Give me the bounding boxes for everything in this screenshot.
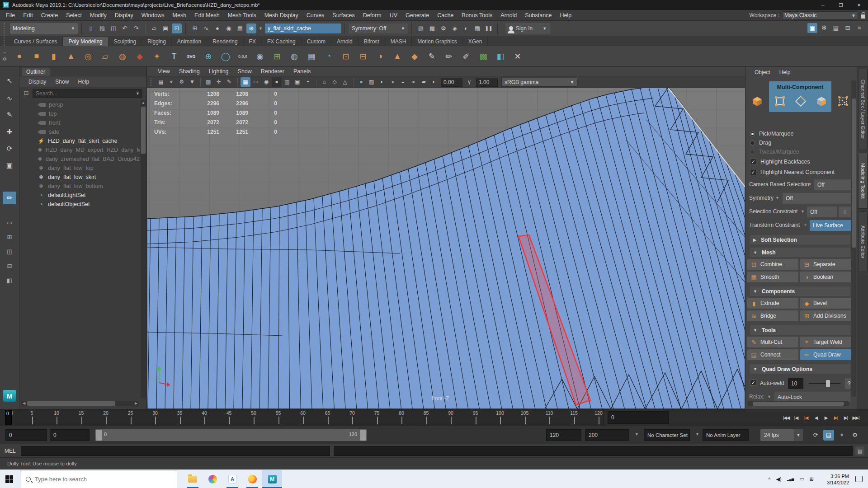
camera-attributes-icon[interactable]: ⚙ [177, 77, 187, 87]
shelf-tab-rendering[interactable]: Rendering [207, 37, 243, 46]
open-scene-icon[interactable]: ▨ [97, 23, 107, 33]
bridge-button[interactable]: ≋Bridge [747, 310, 798, 321]
layout-four-pane-icon[interactable]: ⊞ [3, 230, 16, 243]
redo-icon[interactable]: ↷ [131, 23, 141, 33]
list-item[interactable]: ❖dany_zremeshed_flat_BAD_Group42950 [19, 155, 140, 164]
humanik-toggle-icon[interactable]: ✻ [819, 23, 829, 33]
close-button[interactable]: ✕ [850, 0, 868, 10]
range-slider[interactable]: 0 120 [95, 429, 367, 441]
play-backwards-button[interactable]: ◀ [811, 411, 821, 424]
toolkit-horizontal-scrollbar[interactable] [747, 401, 849, 406]
radio-drag[interactable]: Drag [750, 138, 771, 147]
component-mode-icon[interactable]: ⊡ [172, 23, 182, 33]
shelf-tab-animation[interactable]: Animation [172, 37, 207, 46]
auto-key-icon[interactable]: ⌖ [836, 430, 847, 441]
quad-draw-icon[interactable]: ✏ [441, 48, 457, 65]
super-shape-icon[interactable]: ✦ [149, 48, 165, 65]
combine-button[interactable]: ⊡Combine [747, 259, 798, 270]
move-tool-icon[interactable]: ✚ [3, 126, 16, 138]
boolean-icon[interactable]: ◑ [372, 48, 388, 65]
boolean-button[interactable]: ◑Boolean [800, 272, 851, 282]
list-item[interactable]: top [19, 109, 140, 118]
maximize-button[interactable]: ❒ [832, 0, 850, 10]
exposure-field[interactable]: 0.00 [441, 78, 462, 87]
wireframe-icon[interactable]: △ [340, 77, 350, 87]
bookmark-icon[interactable]: ▼ [187, 77, 197, 87]
list-item[interactable]: ◔defaultLightSet [19, 191, 140, 200]
ipr-render-icon[interactable]: ▩ [427, 23, 437, 33]
chevron-down-icon[interactable]: ▼ [136, 91, 140, 96]
toolkit-menu-help[interactable]: Help [775, 69, 795, 75]
motion-blur-icon[interactable]: ≈ [408, 77, 418, 87]
scroll-right-icon[interactable]: ▶ [133, 401, 139, 406]
use-all-lights-icon[interactable]: ◐ [377, 77, 387, 87]
file-explorer-taskbar-button[interactable] [183, 470, 203, 488]
menu-curves[interactable]: Curves [302, 10, 329, 21]
go-to-end-button[interactable]: ▶▶| [851, 411, 861, 424]
menu-file[interactable]: File [2, 10, 19, 21]
menu-modify[interactable]: Modify [86, 10, 111, 21]
edge-mode-icon[interactable] [793, 93, 809, 109]
checkbox-highlight-nearest-component[interactable]: ✓Highlight Nearest Component [750, 168, 835, 177]
grip-handle[interactable] [4, 35, 7, 46]
menu-display[interactable]: Display [111, 10, 137, 21]
menu-bonus-tools[interactable]: Bonus Tools [458, 10, 496, 21]
current-time-field[interactable]: 0 [608, 411, 669, 424]
live-object-field[interactable]: y_flat_skirt_cache [265, 23, 341, 33]
step-back-frame-button[interactable]: |◀ [791, 411, 801, 424]
symmetry-value[interactable]: Off [783, 193, 851, 204]
camera-based-selection-value[interactable]: Off [814, 179, 851, 190]
minimize-button[interactable]: ─ [814, 0, 832, 10]
image-plane-icon[interactable]: ▨ [203, 77, 213, 87]
add-divisions-button[interactable]: ⊞Add Divisions [800, 310, 851, 321]
menu-help[interactable]: Help [556, 10, 576, 21]
apps-tray-icon[interactable]: ⊞ [810, 476, 814, 482]
volume-icon[interactable]: ◀) [776, 476, 782, 482]
gate-mask-icon[interactable]: ● [272, 77, 282, 87]
hypershade-icon[interactable]: ◈ [450, 23, 460, 33]
taskbar-search[interactable] [20, 470, 177, 488]
shadows-icon[interactable]: ◑ [387, 77, 397, 87]
workspace-select[interactable]: Maya Classic ▼ [782, 11, 858, 19]
menu-cache[interactable]: Cache [433, 10, 458, 21]
lock-camera-icon[interactable]: ⌖ [166, 77, 176, 87]
channel-box-toggle-icon[interactable]: ▤ [831, 23, 841, 33]
menu-deform[interactable]: Deform [359, 10, 386, 21]
transform-constraint-value[interactable]: Live Surface [810, 220, 851, 231]
quad-draw-button[interactable]: ✏Quad Draw [800, 349, 851, 360]
shelf-tab-poly-modeling[interactable]: Poly Modeling [63, 37, 108, 46]
outliner-horizontal-scrollbar[interactable]: ◀ ▶ [21, 401, 139, 406]
menu-uv[interactable]: UV [386, 10, 401, 21]
auto-weld-checkbox[interactable]: ✓ [750, 380, 756, 386]
scrollbar-thumb[interactable] [753, 402, 844, 406]
grid-icon[interactable]: ▦ [241, 77, 250, 87]
step-forward-key-button[interactable]: ▶| [831, 411, 841, 424]
symmetry-select[interactable]: Symmetry: Off▼ [349, 23, 408, 33]
chevron-down-icon[interactable]: ▼ [259, 26, 263, 31]
save-scene-icon[interactable]: ◫ [108, 23, 118, 33]
checkbox-highlight-backfaces[interactable]: ✓Highlight Backfaces [750, 157, 810, 166]
list-item[interactable]: ❖HZD_dany_MD_export_HZD_dany_MD_e [19, 145, 140, 155]
menu-mesh[interactable]: Mesh [169, 10, 191, 21]
panel-menu-shading[interactable]: Shading [175, 68, 204, 75]
playback-start-field[interactable]: 0 [50, 429, 90, 441]
selection-constraint-value[interactable]: Off [807, 206, 837, 217]
cached-playback-icon[interactable]: ▤ [823, 430, 834, 441]
shelf-menu-icon[interactable]: ≡ [3, 51, 7, 56]
modeling-toolkit-toggle-icon[interactable]: ▣ [807, 23, 817, 33]
scroll-left-icon[interactable]: ◀ [21, 401, 27, 406]
smooth-button[interactable]: ▦Smooth [747, 272, 798, 282]
shelf-tab-rigging[interactable]: Rigging [142, 37, 172, 46]
combine-icon[interactable]: ⊡ [338, 48, 354, 65]
object-mode-icon[interactable] [749, 93, 765, 109]
shelf-tab-sculpting[interactable]: Sculpting [108, 37, 142, 46]
photos-app-taskbar-button[interactable]: A [222, 470, 242, 488]
sculpt-objects-icon[interactable]: ◉ [252, 48, 268, 65]
taskbar-clock[interactable]: 3:36 PM 3/14/2022 [827, 470, 849, 488]
play-forwards-button[interactable]: ▶ [821, 411, 831, 424]
chevron-down-icon[interactable]: ▼ [801, 209, 805, 214]
type-tool-icon[interactable]: T [166, 48, 182, 65]
tab-channel-box-layer-editor[interactable]: Channel Box / Layer Editor [858, 69, 868, 150]
network-icon[interactable]: ▂▄▆ [787, 478, 794, 481]
menu-arnold[interactable]: Arnold [496, 10, 521, 21]
